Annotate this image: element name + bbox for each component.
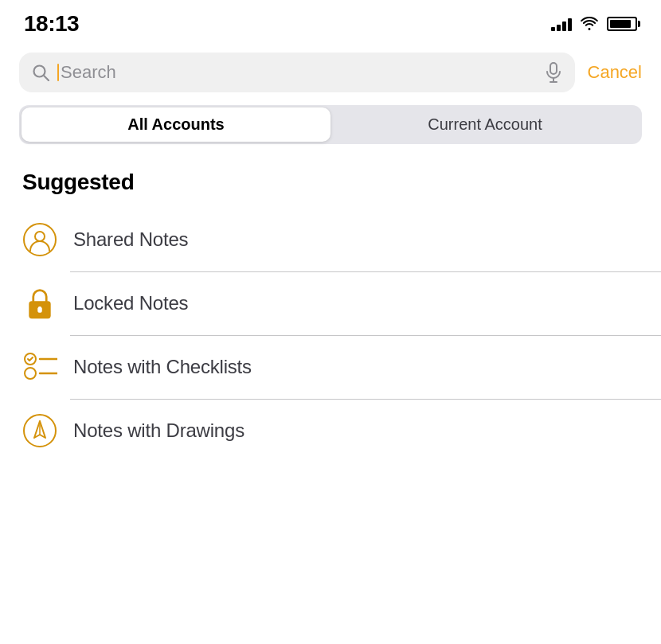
locked-notes-label: Locked Notes (73, 292, 188, 314)
suggestions-list: Suggested Shared Notes Locked Notes (0, 163, 661, 463)
list-item-locked-notes[interactable]: Locked Notes (0, 271, 661, 335)
svg-point-12 (25, 368, 36, 379)
wifi-icon (580, 17, 599, 31)
status-icons (551, 17, 637, 31)
segment-current-account[interactable]: Current Account (330, 107, 639, 142)
status-time: 18:13 (24, 11, 79, 37)
svg-line-1 (44, 76, 49, 80)
locked-notes-icon (22, 286, 57, 321)
segment-control: All Accounts Current Account (19, 105, 642, 144)
list-item-notes-drawings[interactable]: Notes with Drawings (0, 399, 661, 463)
checklists-label: Notes with Checklists (73, 356, 252, 378)
search-cursor (57, 64, 59, 81)
search-area: Search Cancel (0, 45, 661, 105)
search-placeholder: Search (61, 62, 116, 83)
svg-point-9 (38, 306, 42, 310)
signal-icon (551, 17, 572, 31)
segment-all-accounts[interactable]: All Accounts (22, 107, 330, 142)
list-item-notes-checklists[interactable]: Notes with Checklists (0, 335, 661, 399)
search-bar[interactable]: Search (19, 53, 575, 92)
shared-notes-icon (22, 222, 57, 257)
battery-icon (607, 17, 637, 31)
microphone-icon[interactable] (545, 62, 562, 83)
search-input-wrapper[interactable]: Search (57, 62, 537, 83)
search-icon (32, 64, 49, 81)
svg-rect-2 (550, 63, 557, 74)
section-title-suggested: Suggested (0, 163, 661, 208)
svg-point-6 (35, 232, 45, 241)
drawings-icon (22, 413, 57, 448)
drawings-label: Notes with Drawings (73, 420, 244, 442)
shared-notes-label: Shared Notes (73, 228, 188, 251)
cancel-button[interactable]: Cancel (588, 62, 642, 83)
status-bar: 18:13 (0, 0, 661, 45)
svg-point-5 (24, 224, 56, 256)
checklists-icon (22, 349, 57, 384)
list-item-shared-notes[interactable]: Shared Notes (0, 208, 661, 271)
